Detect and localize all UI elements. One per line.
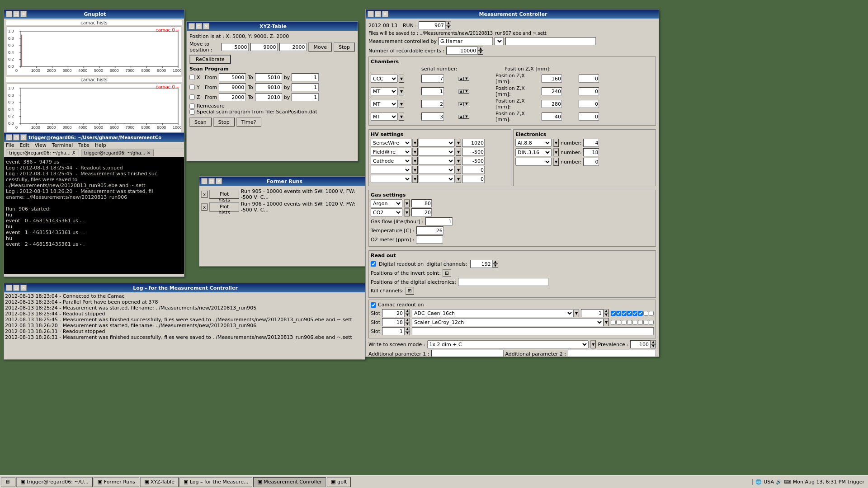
hv-e2-btn2[interactable]: ▼ [456,175,461,183]
elec-num-1[interactable] [583,139,599,147]
hv-e1-select[interactable] [371,166,411,174]
gas-co2-value[interactable] [411,208,432,216]
gnuplot-min-btn[interactable]: _ [6,11,12,17]
taskbar-mc[interactable]: ▣ Measurement Conroller [253,477,326,487]
ch2-serial-up[interactable]: ▲ [458,89,464,94]
elec-type-2[interactable]: DIN.3.16 [515,148,552,156]
prevalence-input[interactable] [630,340,651,348]
log-min-btn[interactable]: _ [6,285,12,291]
special-scan-checkbox[interactable] [189,109,195,115]
hv-e2-value[interactable] [462,175,485,183]
terminal-body[interactable]: event 386 - 9479 us Log : 2012-08-13 18:… [4,157,184,274]
ch3-serial-up[interactable]: ▲ [458,102,464,106]
ch4-type-btn[interactable]: ▼ [399,113,404,121]
slot1-device-select[interactable]: ADC_Caen_16ch [412,309,574,317]
former-run-x-btn-2[interactable]: x [201,203,208,211]
scan-stop-btn[interactable]: Stop [213,117,235,127]
mc-events-up-btn[interactable]: ▲ [478,47,483,51]
xyz-close-btn[interactable]: ✕ [203,23,209,29]
xyz-move-btn[interactable]: Move [308,42,332,52]
add-param2-input[interactable] [568,350,656,357]
slot2-device-btn[interactable]: ▼ [604,318,609,326]
hv-e2-btn[interactable]: ▼ [412,175,418,183]
hv-e1-value[interactable] [462,166,485,174]
remeasure-checkbox[interactable] [189,103,195,109]
mc-min-btn[interactable]: _ [368,11,374,17]
hv-e1-btn[interactable]: ▼ [412,166,418,174]
former-run-x-btn-1[interactable]: x [201,191,208,198]
slot2-device-select[interactable]: Scaler_LeCroy_12ch [412,318,604,326]
scan-x-by-input[interactable] [292,73,319,81]
write-screen-select[interactable]: 1x 2 dim + C [427,340,589,348]
ch1-type-select[interactable]: CCC [371,75,398,83]
camac-readout-checkbox[interactable] [371,302,376,308]
terminal-menu-help[interactable]: Help [95,142,106,148]
gas-o2-input[interactable] [416,235,443,244]
slot3-input[interactable] [382,327,405,335]
scan-btn[interactable]: Scan [189,117,212,127]
prevalence-up[interactable]: ▲ [651,340,656,344]
ch3-type-select[interactable]: MT [371,100,398,108]
xyz-x-input[interactable] [222,43,249,51]
elec-type-2-btn[interactable]: ▼ [553,148,559,156]
mc-close-btn[interactable]: ✕ [382,11,388,17]
terminal-tab-2[interactable]: trigger@regard06: ~/gha... ✕ [81,150,154,156]
log-max-btn[interactable]: □ [13,285,19,291]
terminal-menu-file[interactable]: File [6,142,14,148]
elec-type-1[interactable]: AI.8.8 [515,139,552,147]
ch1-serial-down[interactable]: ▼ [464,77,469,81]
digital-electronics-input[interactable] [458,278,548,286]
terminal-tab-1[interactable]: trigger@regard06: ~/gha... ✗ [6,150,79,156]
scan-z-by-input[interactable] [292,93,319,101]
ch1-posx-input[interactable] [579,75,599,83]
slot1-down[interactable]: ▼ [405,313,410,317]
mc-run-input[interactable] [419,21,446,29]
scan-z-from-input[interactable] [219,93,246,101]
gas-argon-value[interactable] [411,199,432,207]
hv-fw-value[interactable] [462,148,485,156]
former-run-plot-btn-1[interactable]: Plot hists [209,190,239,199]
xyz-max-btn[interactable]: □ [196,23,202,29]
hv-sw-value[interactable] [462,139,485,147]
slot1-up[interactable]: ▲ [405,309,410,313]
hv-ca-select2[interactable] [419,157,455,165]
scan-x-from-input[interactable] [219,73,246,81]
slot2-input[interactable] [382,318,405,326]
gas-temp-input[interactable] [416,226,443,235]
add-param1-input[interactable] [431,350,504,357]
gas-argon-select[interactable]: Argon [371,199,402,207]
ch2-serial-down[interactable]: ▼ [464,89,469,94]
scan-x-to-input[interactable] [255,73,282,81]
taskbar-gplt[interactable]: ▣ gplt [327,477,351,487]
taskbar-former-runs[interactable]: ▣ Former Runs [94,477,139,487]
elec-num-3[interactable] [583,158,599,166]
ch3-serial-down[interactable]: ▼ [464,102,469,106]
terminal-menu-view[interactable]: View [35,142,47,148]
digital-channels-up[interactable]: ▲ [493,260,498,264]
ch1-serial-input[interactable] [421,75,444,83]
invert-point-btn[interactable]: ⊞ [443,269,451,277]
hv-sw-btn2[interactable]: ▼ [456,139,461,147]
terminal-menu-edit[interactable]: Edit [19,142,29,148]
hv-ca-btn2[interactable]: ▼ [456,157,461,165]
hv-sw-select[interactable]: SenseWire [371,139,411,147]
xyz-recalibrate-btn[interactable]: ReCalibrate [189,55,231,64]
hv-fw-btn[interactable]: ▼ [412,148,418,156]
ch2-posx-input[interactable] [579,87,599,95]
hv-e1-select2[interactable] [419,166,455,174]
xyz-stop-btn[interactable]: Stop [334,42,355,52]
slot2-up[interactable]: ▲ [405,318,410,322]
digital-channels-input[interactable] [470,260,493,268]
scan-time-btn[interactable]: Time? [236,117,261,127]
terminal-menu-tabs[interactable]: Tabs [78,142,89,148]
slot2-down[interactable]: ▼ [405,322,410,326]
ch4-posz-input[interactable] [542,113,562,121]
hv-ca-value[interactable] [462,157,485,165]
gnuplot-max-btn[interactable]: □ [13,11,19,17]
ch4-serial-down[interactable]: ▼ [464,115,469,119]
ch4-serial-up[interactable]: ▲ [458,115,464,119]
scan-y-checkbox[interactable] [189,84,195,90]
hv-sw-select2[interactable] [419,139,455,147]
ch3-posz-input[interactable] [542,100,562,108]
scan-z-checkbox[interactable] [189,94,195,100]
